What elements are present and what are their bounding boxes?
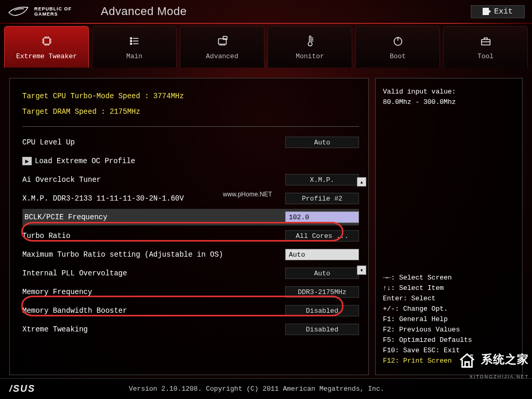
tab-extreme-tweaker[interactable]: Extreme Tweaker — [4, 26, 89, 68]
tab-label: Extreme Tweaker — [16, 52, 77, 60]
svg-point-1 — [130, 37, 131, 39]
setting-value[interactable]: Disabled — [285, 324, 359, 335]
setting-cpu-level-up[interactable]: CPU Level Up Auto — [22, 134, 359, 151]
tab-label: Advanced — [206, 52, 238, 60]
asus-logo: /SUS — [9, 383, 35, 394]
help-cmd: F2: Previous Values — [383, 325, 515, 335]
setting-label: Maximum Turbo Ratio setting (Adjustable … — [22, 250, 285, 259]
setting-xmp[interactable]: X.M.P. DDR3-2133 11-11-11-30-2N-1.60V Pr… — [22, 190, 359, 207]
setting-turbo-ratio[interactable]: Turbo Ratio All Cores ... — [22, 228, 359, 244]
setting-label: Memory Bandwidth Booster — [22, 307, 285, 315]
list-icon — [127, 34, 142, 48]
setting-value[interactable]: X.M.P. — [285, 174, 359, 185]
scroll-up-button[interactable]: ▴ — [357, 177, 366, 187]
setting-memory-bandwidth[interactable]: Memory Bandwidth Booster Disabled — [22, 302, 359, 319]
toolbox-icon — [478, 34, 493, 48]
help-valid-range: 80.0Mhz - 300.0Mhz — [383, 97, 515, 108]
footer-bar: /SUS Version 2.10.1208. Copyright (C) 20… — [0, 378, 532, 399]
content-area: Target CPU Turbo-Mode Speed : 3774MHz Ta… — [9, 78, 523, 375]
tab-label: Main — [126, 52, 142, 60]
title-bar: REPUBLIC OF GAMERS Advanced Mode Exit — [0, 0, 532, 23]
setting-value-input[interactable]: 102.0 — [285, 211, 359, 223]
setting-value[interactable]: Profile #2 — [285, 193, 359, 204]
settings-panel: Target CPU Turbo-Mode Speed : 3774MHz Ta… — [9, 78, 369, 375]
svg-point-3 — [130, 43, 131, 45]
target-cpu-line: Target CPU Turbo-Mode Speed : 3774MHz — [22, 92, 359, 100]
setting-memory-frequency[interactable]: Memory Frequency DDR3-2175MHz — [22, 284, 359, 300]
tab-label: Monitor — [296, 52, 324, 60]
setting-label: Xtreme Tweaking — [22, 325, 285, 334]
setting-load-oc-profile[interactable]: ▶ Load Extreme OC Profile — [22, 153, 359, 169]
help-cmd: F10: Save ESC: Exit — [383, 345, 515, 356]
setting-label: BCLK/PCIE Frequency — [22, 213, 285, 221]
chipset-icon — [215, 34, 230, 48]
help-valid-title: Valid input value: — [383, 87, 515, 97]
setting-label: Ai Overclock Tuner — [22, 176, 285, 184]
chevron-right-icon: ▶ — [22, 157, 32, 165]
mode-title: Advanced Mode — [101, 5, 187, 18]
tab-strip: Extreme Tweaker Main Advanced Monitor Bo… — [0, 24, 532, 68]
svg-point-2 — [130, 41, 131, 42]
tab-tool[interactable]: Tool — [443, 26, 528, 68]
help-cmd: F1: General Help — [383, 314, 515, 325]
help-panel: Valid input value: 80.0Mhz - 300.0Mhz →←… — [375, 78, 523, 375]
power-icon — [391, 34, 405, 48]
exit-button[interactable]: Exit — [471, 5, 525, 18]
overlay-url-watermark: www.pHome.NET — [223, 191, 272, 198]
setting-label: Turbo Ratio — [22, 232, 285, 240]
setting-max-turbo[interactable]: Maximum Turbo Ratio setting (Adjustable … — [22, 246, 359, 263]
tab-boot[interactable]: Boot — [355, 26, 440, 68]
tab-main[interactable]: Main — [92, 26, 177, 68]
setting-value[interactable]: All Cores ... — [285, 230, 359, 242]
scroll-down-button[interactable]: ▾ — [357, 265, 366, 275]
tab-label: Boot — [390, 52, 406, 60]
setting-label: Load Extreme OC Profile — [35, 157, 359, 165]
setting-pll-overvoltage[interactable]: Internal PLL Overvoltage Auto — [22, 265, 359, 282]
help-cmd: F5: Optimized Defaults — [383, 335, 515, 345]
setting-value[interactable]: Auto — [285, 249, 359, 260]
exit-label: Exit — [494, 7, 513, 16]
target-dram-line: Target DRAM Speed : 2175MHz — [22, 108, 359, 116]
setting-xtreme-tweaking[interactable]: Xtreme Tweaking Disabled — [22, 321, 359, 338]
setting-label: Internal PLL Overvoltage — [22, 269, 285, 277]
rog-eye-icon — [7, 5, 30, 18]
setting-ai-tuner[interactable]: Ai Overclock Tuner X.M.P. — [22, 171, 359, 188]
setting-bclk-frequency[interactable]: BCLK/PCIE Frequency 102.0 — [22, 209, 359, 225]
setting-value[interactable]: Disabled — [285, 305, 359, 316]
tab-monitor[interactable]: Monitor — [268, 26, 352, 68]
tab-advanced[interactable]: Advanced — [180, 26, 264, 68]
divider — [22, 126, 359, 127]
tab-label: Tool — [477, 52, 494, 60]
footer-copyright: Version 2.10.1208. Copyright (C) 2011 Am… — [129, 385, 384, 393]
help-cmd: Enter: Select — [383, 294, 515, 304]
setting-value[interactable]: DDR3-2175MHz — [285, 286, 359, 298]
brand-line1: REPUBLIC OF — [34, 6, 72, 11]
help-cmd-print: F12: Print Screen — [383, 356, 515, 366]
thermometer-icon — [303, 34, 317, 48]
setting-label: CPU Level Up — [22, 138, 285, 147]
exit-icon — [483, 8, 489, 15]
help-cmd: +/-: Change Opt. — [383, 304, 515, 314]
brand-line2: GAMERS — [34, 11, 72, 17]
rog-logo: REPUBLIC OF GAMERS — [7, 5, 72, 18]
svg-rect-0 — [44, 38, 50, 44]
chip-icon — [39, 34, 54, 48]
help-cmd: →←: Select Screen — [383, 273, 515, 283]
setting-label: Memory Frequency — [22, 288, 285, 296]
setting-value[interactable]: Auto — [285, 268, 359, 279]
scrollbar[interactable]: ▴ ▾ — [357, 177, 366, 275]
help-cmd: ↑↓: Select Item — [383, 283, 515, 294]
setting-value[interactable]: Auto — [285, 137, 359, 148]
